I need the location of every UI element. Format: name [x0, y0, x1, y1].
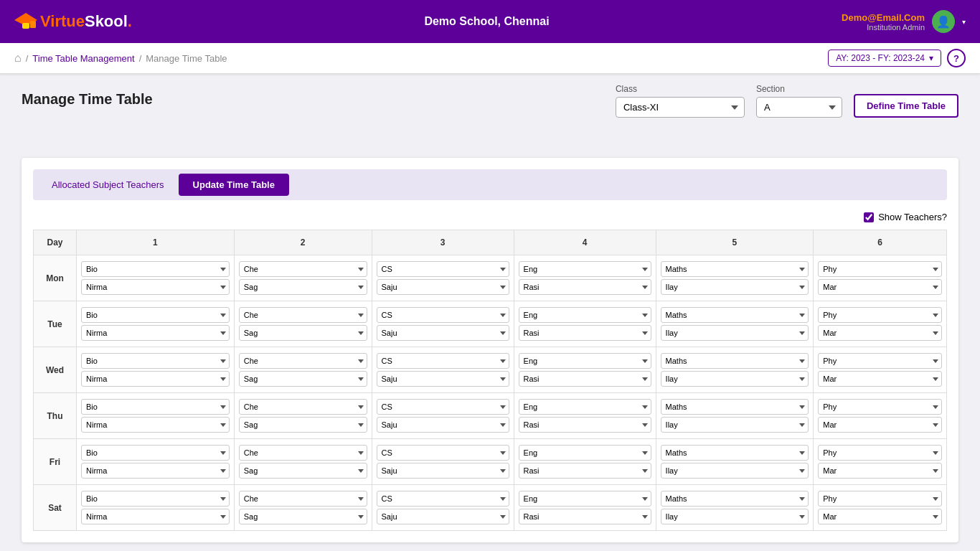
help-button[interactable]: ? [947, 49, 966, 67]
logo[interactable]: VirtueSkool. [14, 11, 132, 32]
teacher-select[interactable]: Nirma [81, 417, 230, 433]
teacher-select[interactable]: Saju [377, 509, 509, 524]
period-cell: MathsIlay [656, 301, 814, 347]
period-cell: BioNirma [77, 439, 235, 485]
subject-select[interactable]: CS [377, 307, 509, 323]
teacher-select[interactable]: Mar [818, 509, 942, 524]
subject-select[interactable]: Che [239, 491, 367, 507]
subject-select[interactable]: CS [377, 353, 509, 369]
subject-select[interactable]: Maths [661, 399, 809, 415]
period-cell: CSSaju [372, 439, 514, 485]
subject-select[interactable]: Maths [661, 491, 809, 507]
subject-select[interactable]: Bio [81, 261, 230, 277]
teacher-select[interactable]: Ilay [661, 417, 809, 433]
teacher-select[interactable]: Sag [239, 279, 367, 295]
breadcrumb-separator-2: / [139, 53, 142, 64]
teacher-select[interactable]: Sag [239, 371, 367, 387]
subject-select[interactable]: Bio [81, 445, 230, 461]
ay-selector[interactable]: AY: 2023 - FY: 2023-24 ▾ [828, 50, 941, 67]
teacher-select[interactable]: Nirma [81, 509, 230, 524]
table-row: MonBioNirmaCheSagCSSajuEngRasiMathsIlayP… [34, 255, 947, 301]
subject-select[interactable]: Eng [519, 261, 651, 277]
subject-select[interactable]: Che [239, 261, 367, 277]
teacher-select[interactable]: Nirma [81, 325, 230, 341]
subject-select[interactable]: Phy [818, 307, 942, 323]
teacher-select[interactable]: Saju [377, 279, 509, 295]
teacher-select[interactable]: Ilay [661, 463, 809, 479]
teacher-select[interactable]: Mar [818, 417, 942, 433]
teacher-select[interactable]: Saju [377, 463, 509, 479]
column-header-6: 6 [814, 230, 947, 255]
tab-update-timetable[interactable]: Update Time Table [179, 174, 289, 196]
subject-select[interactable]: Phy [818, 491, 942, 507]
section-select[interactable]: A [756, 97, 842, 118]
subject-select[interactable]: Eng [519, 399, 651, 415]
subject-select[interactable]: Phy [818, 399, 942, 415]
teacher-select[interactable]: Rasi [519, 509, 651, 524]
subject-select[interactable]: Che [239, 399, 367, 415]
avatar[interactable]: 👤 [932, 10, 955, 33]
user-dropdown-arrow[interactable]: ▾ [962, 18, 966, 26]
subject-select[interactable]: Maths [661, 261, 809, 277]
class-select[interactable]: Class-XI [616, 97, 745, 118]
teacher-select[interactable]: Saju [377, 371, 509, 387]
teacher-select[interactable]: Ilay [661, 509, 809, 524]
teacher-select[interactable]: Saju [377, 417, 509, 433]
teacher-select[interactable]: Mar [818, 463, 942, 479]
breadcrumb-timetable-mgmt[interactable]: Time Table Management [32, 53, 134, 64]
subject-select[interactable]: Eng [519, 491, 651, 507]
subject-select[interactable]: Maths [661, 353, 809, 369]
home-icon[interactable]: ⌂ [14, 52, 22, 65]
subject-select[interactable]: Che [239, 307, 367, 323]
period-cell: PhyMar [814, 301, 947, 347]
subject-select[interactable]: Phy [818, 353, 942, 369]
teacher-select[interactable]: Ilay [661, 325, 809, 341]
table-row: SatBioNirmaCheSagCSSajuEngRasiMathsIlayP… [34, 485, 947, 531]
teacher-select[interactable]: Sag [239, 463, 367, 479]
period-cell: EngRasi [514, 485, 656, 531]
teacher-select[interactable]: Saju [377, 325, 509, 341]
school-name: Demo School, Chennai [424, 15, 549, 28]
subject-select[interactable]: Bio [81, 399, 230, 415]
define-timetable-button[interactable]: Define Time Table [854, 94, 958, 118]
day-cell-tue: Tue [34, 301, 77, 347]
teacher-select[interactable]: Sag [239, 325, 367, 341]
subject-select[interactable]: Phy [818, 445, 942, 461]
teacher-select[interactable]: Nirma [81, 463, 230, 479]
period-cell: PhyMar [814, 439, 947, 485]
teacher-select[interactable]: Nirma [81, 279, 230, 295]
subject-select[interactable]: Bio [81, 307, 230, 323]
teacher-select[interactable]: Nirma [81, 371, 230, 387]
teacher-select[interactable]: Ilay [661, 371, 809, 387]
subject-select[interactable]: Eng [519, 445, 651, 461]
day-cell-fri: Fri [34, 439, 77, 485]
subject-select[interactable]: Eng [519, 353, 651, 369]
teacher-select[interactable]: Mar [818, 279, 942, 295]
tab-allocated-subject-teachers[interactable]: Allocated Subject Teachers [37, 174, 179, 196]
subject-select[interactable]: CS [377, 445, 509, 461]
subject-select[interactable]: Phy [818, 261, 942, 277]
teacher-select[interactable]: Ilay [661, 279, 809, 295]
show-teachers-checkbox[interactable] [864, 212, 874, 222]
teacher-select[interactable]: Rasi [519, 417, 651, 433]
teacher-select[interactable]: Sag [239, 417, 367, 433]
subject-select[interactable]: CS [377, 399, 509, 415]
column-header-2: 2 [234, 230, 372, 255]
period-cell: CheSag [234, 485, 372, 531]
subject-select[interactable]: Eng [519, 307, 651, 323]
subject-select[interactable]: Maths [661, 307, 809, 323]
subject-select[interactable]: Che [239, 353, 367, 369]
teacher-select[interactable]: Rasi [519, 325, 651, 341]
teacher-select[interactable]: Mar [818, 325, 942, 341]
subject-select[interactable]: Bio [81, 353, 230, 369]
teacher-select[interactable]: Rasi [519, 279, 651, 295]
subject-select[interactable]: Maths [661, 445, 809, 461]
teacher-select[interactable]: Rasi [519, 463, 651, 479]
teacher-select[interactable]: Rasi [519, 371, 651, 387]
subject-select[interactable]: CS [377, 491, 509, 507]
subject-select[interactable]: Bio [81, 491, 230, 507]
subject-select[interactable]: Che [239, 445, 367, 461]
teacher-select[interactable]: Sag [239, 509, 367, 524]
teacher-select[interactable]: Mar [818, 371, 942, 387]
subject-select[interactable]: CS [377, 261, 509, 277]
